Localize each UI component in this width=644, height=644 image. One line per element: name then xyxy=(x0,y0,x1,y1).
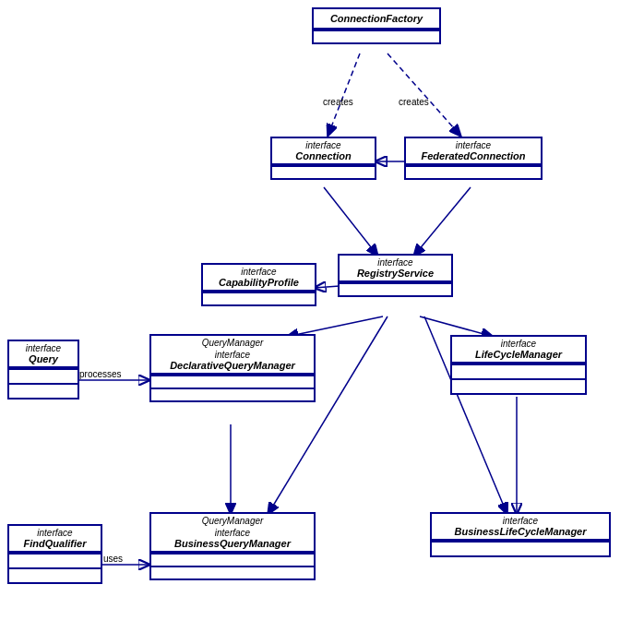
svg-line-0 xyxy=(328,54,360,137)
bqm-stereotype: interface xyxy=(151,526,314,538)
connection-factory-box: ConnectionFactory xyxy=(312,7,441,44)
svg-line-1 xyxy=(388,54,461,137)
connection-box: interface Connection xyxy=(270,137,376,180)
svg-line-3 xyxy=(324,187,378,256)
lifecycle-manager-box: interface LifeCycleManager xyxy=(450,335,587,395)
dqm-top: QueryManager xyxy=(151,336,314,348)
blcm-stereotype: interface xyxy=(432,514,609,526)
connection-stereotype: interface xyxy=(272,138,375,150)
svg-line-7 xyxy=(420,316,494,337)
dqm-name: DeclarativeQueryManager xyxy=(151,360,314,375)
svg-line-5 xyxy=(314,286,340,288)
registry-service-box: interface RegistryService xyxy=(338,254,453,297)
blcm-name: BusinessLifeCycleManager xyxy=(432,526,609,541)
connection-factory-name: ConnectionFactory xyxy=(314,9,439,30)
query-stereotype: interface xyxy=(9,341,78,353)
bqm-name: BusinessQueryManager xyxy=(151,538,314,553)
business-lifecycle-manager-box: interface BusinessLifeCycleManager xyxy=(430,512,611,557)
find-qualifier-name: FindQualifier xyxy=(9,538,101,553)
diagram-container: ConnectionFactory interface Connection i… xyxy=(0,0,644,644)
dqm-stereotype: interface xyxy=(151,348,314,360)
registry-service-name: RegistryService xyxy=(340,268,451,282)
find-qualifier-stereotype: interface xyxy=(9,526,101,538)
label-creates-right: creates xyxy=(399,97,429,107)
federated-connection-name: FederatedConnection xyxy=(406,150,541,165)
find-qualifier-box: interface FindQualifier xyxy=(7,524,102,584)
label-processes: processes xyxy=(79,369,122,379)
business-query-manager-box: QueryManager interface BusinessQueryMana… xyxy=(149,512,316,580)
query-box: interface Query xyxy=(7,340,79,400)
bqm-top: QueryManager xyxy=(151,514,314,526)
federated-connection-stereotype: interface xyxy=(406,138,541,150)
capability-profile-box: interface CapabilityProfile xyxy=(201,263,316,306)
capability-profile-stereotype: interface xyxy=(203,265,315,277)
label-uses: uses xyxy=(103,554,123,564)
lifecycle-manager-stereotype: interface xyxy=(452,337,585,349)
federated-connection-box: interface FederatedConnection xyxy=(404,137,543,180)
registry-service-stereotype: interface xyxy=(340,256,451,268)
lifecycle-manager-name: LifeCycleManager xyxy=(452,349,585,364)
svg-line-4 xyxy=(413,187,471,256)
label-creates-left: creates xyxy=(323,97,353,107)
capability-profile-name: CapabilityProfile xyxy=(203,277,315,292)
declarative-query-manager-box: QueryManager interface DeclarativeQueryM… xyxy=(149,334,316,402)
query-name: Query xyxy=(9,353,78,368)
connection-name: Connection xyxy=(272,150,375,165)
